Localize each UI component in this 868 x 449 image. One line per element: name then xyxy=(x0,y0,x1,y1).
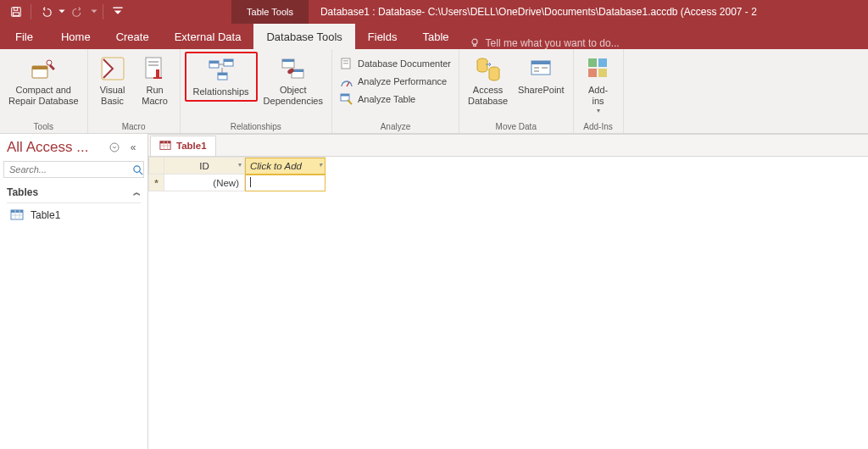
analyze-table-button[interactable]: Analyze Table xyxy=(337,91,454,108)
nav-item-table1[interactable]: Table1 xyxy=(7,203,141,227)
run-macro-icon xyxy=(141,54,170,83)
database-documenter-label: Database Documenter xyxy=(358,58,451,69)
relationships-icon xyxy=(207,56,236,85)
nav-group-tables-label: Tables xyxy=(7,186,38,198)
group-addins-label: Add-Ins xyxy=(578,121,619,133)
navigation-pane: All Access ... « Tables ︽ Table1 xyxy=(0,134,148,449)
nav-group-tables[interactable]: Tables ︽ xyxy=(7,185,141,203)
svg-rect-47 xyxy=(160,141,170,144)
row-selector[interactable]: * xyxy=(149,175,164,191)
svg-rect-38 xyxy=(588,58,597,67)
database-documenter-button[interactable]: Database Documenter xyxy=(337,55,454,72)
save-icon[interactable] xyxy=(5,2,27,22)
tab-home[interactable]: Home xyxy=(48,24,103,49)
nav-category-title[interactable]: All Access ... xyxy=(7,139,103,156)
object-dependencies-button[interactable]: Object Dependencies xyxy=(259,52,327,109)
nav-item-label: Table1 xyxy=(31,209,60,221)
table-icon xyxy=(159,140,171,152)
group-macro-label: Macro xyxy=(92,121,175,133)
analyze-table-label: Analyze Table xyxy=(358,94,415,104)
svg-rect-18 xyxy=(224,59,233,62)
chevron-down-icon: ▾ xyxy=(597,107,600,115)
analyze-performance-icon xyxy=(340,75,353,88)
access-database-button[interactable]: Access Database xyxy=(464,52,512,109)
cell-id[interactable]: (New) xyxy=(164,175,245,191)
group-tools-label: Tools xyxy=(4,121,83,133)
svg-rect-16 xyxy=(209,61,219,64)
search-icon[interactable] xyxy=(132,164,143,175)
visual-basic-button[interactable]: Visual Basic xyxy=(92,52,133,109)
svg-rect-22 xyxy=(282,59,294,62)
compact-repair-label: Compact and Repair Database xyxy=(8,85,79,107)
tab-fields[interactable]: Fields xyxy=(355,24,410,49)
analyze-performance-button[interactable]: Analyze Performance xyxy=(337,73,454,90)
qat-customize-icon[interactable] xyxy=(107,2,129,22)
object-dependencies-icon xyxy=(279,54,308,83)
database-documenter-icon xyxy=(340,57,353,70)
column-dropdown-icon[interactable]: ▾ xyxy=(319,161,322,169)
tab-create[interactable]: Create xyxy=(103,24,162,49)
svg-rect-34 xyxy=(531,61,550,64)
compact-repair-button[interactable]: Compact and Repair Database xyxy=(4,52,83,109)
column-header-id[interactable]: ID ▾ xyxy=(164,158,245,175)
svg-rect-28 xyxy=(343,63,348,64)
table-icon xyxy=(10,208,24,222)
relationships-button[interactable]: Relationships xyxy=(185,52,258,102)
tell-me-search[interactable]: Tell me what you want to do... xyxy=(469,37,620,49)
redo-icon[interactable] xyxy=(67,2,89,22)
svg-rect-45 xyxy=(11,210,23,213)
nav-search-input[interactable] xyxy=(4,162,132,177)
addins-button[interactable]: Add- ins ▾ xyxy=(578,52,619,118)
redo-dropdown-icon[interactable] xyxy=(89,2,99,22)
run-macro-label: Run Macro xyxy=(142,85,168,107)
svg-rect-30 xyxy=(341,94,349,97)
undo-dropdown-icon[interactable] xyxy=(57,2,67,22)
nav-search-box[interactable] xyxy=(3,161,144,178)
svg-rect-41 xyxy=(598,69,607,77)
sharepoint-button[interactable]: SharePoint xyxy=(514,52,568,98)
object-dependencies-label: Object Dependencies xyxy=(264,85,323,107)
visual-basic-label: Visual Basic xyxy=(100,85,125,107)
svg-rect-14 xyxy=(153,77,162,79)
svg-rect-35 xyxy=(534,67,539,69)
column-dropdown-icon[interactable]: ▾ xyxy=(238,161,242,169)
svg-rect-8 xyxy=(49,64,55,70)
svg-rect-36 xyxy=(534,70,539,72)
column-header-add-label: Click to Add xyxy=(250,161,302,171)
group-move-label: Move Data xyxy=(464,121,569,133)
svg-rect-20 xyxy=(218,73,227,75)
nav-collapse-button[interactable]: « xyxy=(125,140,141,155)
table-row[interactable]: * (New) xyxy=(149,175,326,191)
svg-rect-40 xyxy=(588,69,597,77)
svg-rect-3 xyxy=(113,7,122,8)
tab-table[interactable]: Table xyxy=(410,24,462,49)
access-database-icon xyxy=(474,54,503,83)
cell-new-entry[interactable] xyxy=(245,175,326,191)
svg-point-4 xyxy=(472,39,477,44)
tab-database-tools[interactable]: Database Tools xyxy=(253,24,354,49)
addins-icon xyxy=(584,54,613,83)
svg-rect-27 xyxy=(343,60,348,62)
relationships-label: Relationships xyxy=(193,86,249,97)
svg-rect-37 xyxy=(542,67,548,69)
visual-basic-icon xyxy=(98,54,127,83)
undo-icon[interactable] xyxy=(35,2,57,22)
column-header-add[interactable]: Click to Add ▾ xyxy=(245,158,326,175)
svg-point-42 xyxy=(110,143,119,152)
sharepoint-label: SharePoint xyxy=(518,85,564,96)
svg-rect-13 xyxy=(156,69,159,78)
addins-label: Add- ins xyxy=(588,85,608,107)
access-database-label: Access Database xyxy=(468,85,508,107)
nav-category-dropdown[interactable] xyxy=(107,140,122,155)
run-macro-button[interactable]: Run Macro xyxy=(135,52,175,109)
select-all-corner[interactable] xyxy=(149,158,164,175)
tab-file[interactable]: File xyxy=(0,24,48,49)
svg-rect-11 xyxy=(148,61,159,63)
group-relationships-label: Relationships xyxy=(185,121,327,133)
bulb-icon xyxy=(469,37,481,49)
tell-me-placeholder: Tell me what you want to do... xyxy=(486,37,620,49)
document-tab-table1[interactable]: Table1 xyxy=(150,136,216,156)
svg-rect-2 xyxy=(14,13,19,16)
tab-external-data[interactable]: External Data xyxy=(162,24,254,49)
svg-point-43 xyxy=(134,165,140,171)
